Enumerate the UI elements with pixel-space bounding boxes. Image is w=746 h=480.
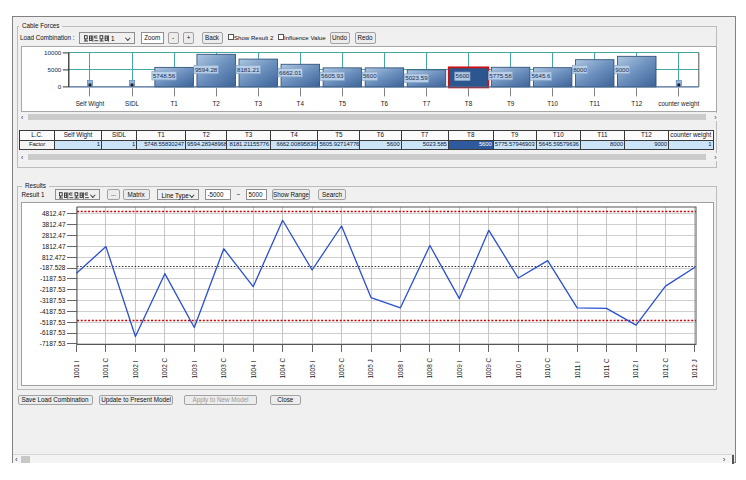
svg-text:T8: T8: [465, 100, 473, 107]
svg-text:1009 I: 1009 I: [456, 360, 463, 378]
svg-text:1005 J: 1005 J: [367, 359, 374, 378]
svg-text:-2187.53: -2187.53: [40, 286, 66, 293]
svg-text:T4: T4: [297, 100, 305, 107]
svg-text:5600: 5600: [363, 72, 377, 79]
svg-text:T7: T7: [423, 100, 431, 107]
svg-text:8000: 8000: [573, 66, 587, 73]
svg-text:1002 C: 1002 C: [161, 357, 168, 378]
svg-text:T9: T9: [507, 100, 515, 107]
svg-text:T10: T10: [547, 100, 558, 107]
svg-text:1812.47: 1812.47: [42, 242, 66, 249]
svg-text:1002 I: 1002 I: [132, 360, 139, 378]
svg-text:1012 I: 1012 I: [632, 360, 639, 378]
svg-text:1001 C: 1001 C: [102, 357, 109, 378]
svg-text:6662.01: 6662.01: [279, 69, 302, 76]
svg-text:0: 0: [58, 83, 62, 90]
svg-text:T6: T6: [381, 100, 389, 107]
svg-text:3812.47: 3812.47: [42, 221, 66, 228]
svg-text:5748.56: 5748.56: [153, 72, 176, 79]
svg-text:1003 C: 1003 C: [220, 357, 227, 378]
svg-text:T12: T12: [631, 100, 642, 107]
svg-text:5645.6: 5645.6: [532, 72, 551, 79]
svg-text:-5187.53: -5187.53: [40, 318, 66, 325]
svg-text:1003 I: 1003 I: [191, 360, 198, 378]
svg-text:1004 I: 1004 I: [250, 360, 257, 378]
svg-text:T1: T1: [170, 100, 178, 107]
svg-text:4812.47: 4812.47: [42, 210, 66, 217]
svg-text:-7187.53: -7187.53: [40, 340, 66, 347]
svg-text:9000: 9000: [615, 66, 629, 73]
svg-text:1005 I: 1005 I: [309, 360, 316, 378]
svg-text:5023.59: 5023.59: [405, 74, 428, 81]
svg-text:T2: T2: [213, 100, 221, 107]
svg-text:T11: T11: [590, 100, 601, 107]
svg-text:counter weight: counter weight: [658, 100, 699, 108]
svg-text:9594.28: 9594.28: [195, 66, 218, 73]
svg-text:1009 C: 1009 C: [485, 357, 492, 378]
svg-text:T5: T5: [339, 100, 347, 107]
svg-text:5605.93: 5605.93: [321, 72, 344, 79]
svg-text:-1187.53: -1187.53: [40, 275, 66, 282]
svg-text:1008 I: 1008 I: [397, 360, 404, 378]
svg-text:5000: 5000: [48, 66, 62, 73]
svg-text:1011 C: 1011 C: [603, 357, 610, 378]
svg-text:812.472: 812.472: [42, 253, 66, 260]
svg-text:1010 I: 1010 I: [515, 360, 522, 378]
svg-text:Self Wight: Self Wight: [76, 100, 105, 108]
svg-text:1012 C: 1012 C: [662, 357, 669, 378]
svg-text:-187.528: -187.528: [40, 264, 66, 271]
svg-text:-6187.53: -6187.53: [40, 329, 66, 336]
svg-text:1001 I: 1001 I: [73, 360, 80, 378]
svg-text:1005 C: 1005 C: [338, 357, 345, 378]
svg-text:2812.47: 2812.47: [42, 231, 66, 238]
svg-text:1011 I: 1011 I: [574, 360, 581, 378]
svg-text:8181.21: 8181.21: [237, 66, 260, 73]
svg-text:T3: T3: [255, 100, 263, 107]
svg-text:-3187.53: -3187.53: [40, 296, 66, 303]
svg-text:1012 J: 1012 J: [691, 359, 698, 378]
svg-text:5775.58: 5775.58: [489, 72, 512, 79]
svg-text:1008 C: 1008 C: [426, 357, 433, 378]
svg-text:-4187.53: -4187.53: [40, 307, 66, 314]
svg-text:1010 C: 1010 C: [544, 357, 551, 378]
svg-text:SIDL: SIDL: [125, 100, 139, 107]
svg-text:10000: 10000: [44, 49, 62, 56]
svg-text:1004 C: 1004 C: [279, 357, 286, 378]
svg-text:5600: 5600: [456, 72, 470, 79]
